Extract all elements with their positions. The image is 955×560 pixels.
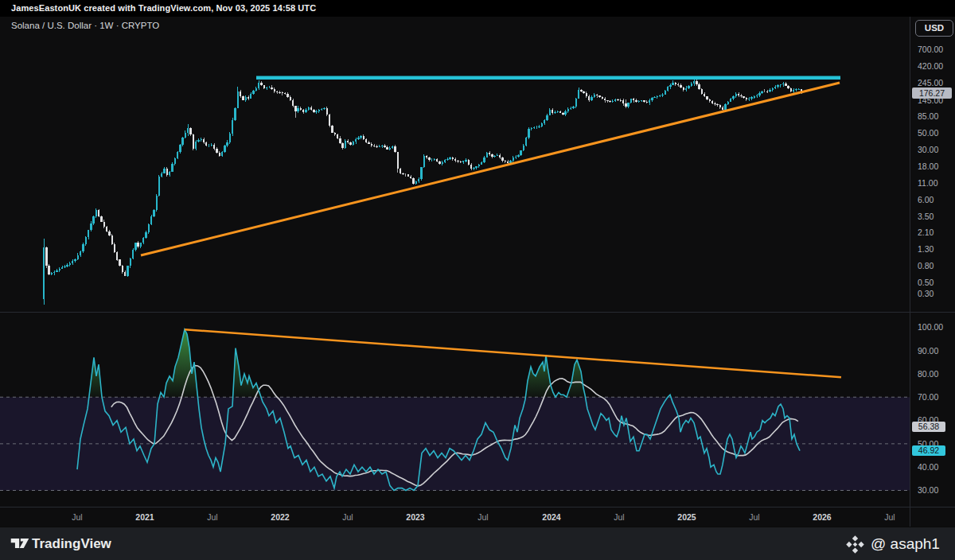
rsi-value-badge: 46.92 [912, 445, 945, 456]
price-tick-85.00: 85.00 [918, 111, 938, 121]
rsi-tick-40.00: 40.00 [918, 462, 938, 472]
time-tick-Jul: Jul [477, 512, 488, 522]
time-tick-2021: 2021 [135, 512, 154, 522]
time-tick-2024: 2024 [542, 512, 560, 522]
rsi-tick-90.00: 90.00 [918, 346, 938, 356]
candlestick-series[interactable] [43, 77, 803, 305]
time-tick-2025: 2025 [677, 512, 696, 522]
time-tick-Jul: Jul [72, 512, 82, 522]
time-tick-Jul: Jul [614, 512, 624, 522]
price-tick-6.00: 6.00 [918, 195, 934, 204]
time-tick-2026: 2026 [813, 512, 831, 522]
creator-handle[interactable]: @ asaph1 [871, 535, 940, 553]
tradingview-chart-window: JamesEastonUK created with TradingView.c… [0, 0, 955, 560]
footer-bar: TradingView @ asaph1 [0, 527, 955, 560]
time-tick-Jul: Jul [207, 512, 217, 522]
price-tick-245.00: 245.00 [918, 78, 943, 88]
last-price-badge: 176.27 [912, 88, 952, 99]
price-tick-30.00: 30.00 [918, 145, 938, 154]
price-tick-0.30: 0.30 [918, 289, 934, 298]
price-tick-420.00: 420.00 [918, 61, 943, 71]
rsi-descending-trendline[interactable] [185, 329, 841, 377]
time-tick-2022: 2022 [271, 512, 289, 522]
currency-unit-button[interactable]: USD [915, 20, 953, 37]
price-axis-divider [910, 17, 910, 527]
time-tick-Jul: Jul [884, 512, 895, 522]
time-tick-Jul: Jul [342, 512, 353, 522]
price-tick-0.50: 0.50 [918, 278, 934, 287]
chart-canvas[interactable] [0, 0, 955, 560]
price-tick-11.00: 11.00 [918, 178, 938, 188]
price-tick-18.00: 18.00 [918, 161, 938, 171]
rsi-tick-100.00: 100.00 [918, 322, 943, 332]
price-tick-2.10: 2.10 [918, 228, 934, 237]
pane-divider[interactable] [0, 312, 955, 313]
rsi-ma-value-badge: 56.38 [912, 422, 945, 432]
time-axis-divider [0, 507, 955, 508]
time-tick-Jul: Jul [749, 512, 759, 522]
rsi-tick-80.00: 80.00 [918, 369, 938, 379]
ascending-support-trendline[interactable] [141, 83, 840, 255]
price-tick-700.00: 700.00 [918, 45, 943, 54]
rsi-tick-70.00: 70.00 [918, 392, 938, 402]
symbol-title[interactable]: Solana / U.S. Dollar · 1W · CRYPTO [11, 21, 159, 30]
price-tick-50.00: 50.00 [918, 128, 938, 138]
tradingview-wordmark[interactable]: TradingView [32, 536, 111, 552]
price-tick-3.50: 3.50 [918, 212, 934, 221]
rsi-tick-30.00: 30.00 [918, 485, 938, 495]
time-tick-2023: 2023 [406, 512, 424, 522]
price-tick-0.80: 0.80 [918, 261, 934, 270]
binance-diamond-icon [845, 535, 865, 554]
price-tick-1.30: 1.30 [918, 244, 934, 254]
tradingview-logo-icon [10, 534, 30, 553]
